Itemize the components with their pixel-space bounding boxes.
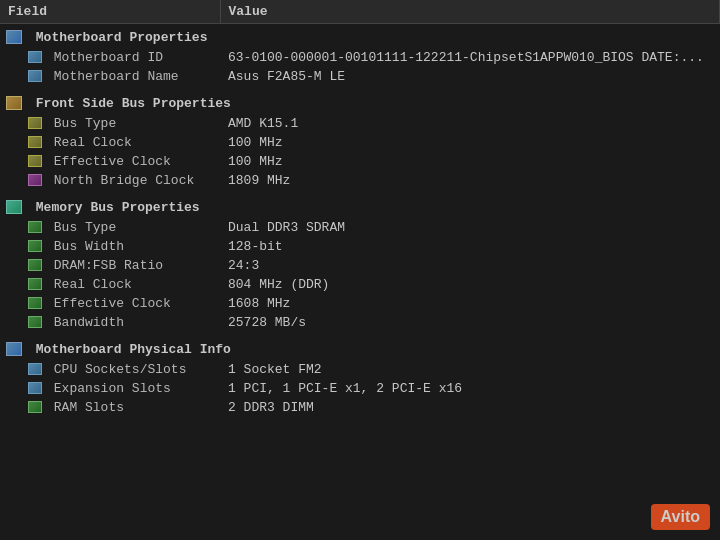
row-icon — [28, 278, 42, 290]
value-text: 25728 MB/s — [228, 315, 306, 330]
table-row: Effective Clock 100 MHz — [0, 152, 720, 171]
group-header-motherboard-properties: Motherboard Properties — [0, 24, 720, 49]
field-label: Bus Width — [54, 239, 124, 254]
value-text: 1 PCI, 1 PCI-E x1, 2 PCI-E x16 — [228, 381, 462, 396]
value-header: Value — [220, 0, 720, 24]
table-row: Expansion Slots 1 PCI, 1 PCI-E x1, 2 PCI… — [0, 379, 720, 398]
row-icon — [28, 70, 42, 82]
main-container: Field Value Motherboard Properties Mothe… — [0, 0, 720, 540]
row-icon — [28, 363, 42, 375]
row-icon — [28, 136, 42, 148]
row-icon — [28, 401, 42, 413]
group-label-memory-bus: Memory Bus Properties — [36, 200, 200, 215]
group-icon-memory-bus — [6, 200, 22, 214]
table-row: Effective Clock 1608 MHz — [0, 294, 720, 313]
field-header: Field — [0, 0, 220, 24]
table-row: Motherboard ID 63-0100-000001-00101111-1… — [0, 48, 720, 67]
table-row: North Bridge Clock 1809 MHz — [0, 171, 720, 190]
row-icon — [28, 316, 42, 328]
field-label: Real Clock — [54, 277, 132, 292]
group-label-front-side-bus: Front Side Bus Properties — [36, 96, 231, 111]
group-label-motherboard-physical: Motherboard Physical Info — [36, 342, 231, 357]
row-icon — [28, 221, 42, 233]
table-row: Bus Width 128-bit — [0, 237, 720, 256]
row-icon — [28, 117, 42, 129]
field-label: Bus Type — [54, 116, 116, 131]
group-icon-motherboard-physical — [6, 342, 22, 356]
info-table: Field Value Motherboard Properties Mothe… — [0, 0, 720, 417]
table-row: Motherboard Name Asus F2A85-M LE — [0, 67, 720, 86]
value-text: 24:3 — [228, 258, 259, 273]
table-row: Bus Type AMD K15.1 — [0, 114, 720, 133]
field-label: North Bridge Clock — [54, 173, 194, 188]
table-row: Real Clock 100 MHz — [0, 133, 720, 152]
value-text: 1 Socket FM2 — [228, 362, 322, 377]
group-header-motherboard-physical: Motherboard Physical Info — [0, 336, 720, 360]
avito-watermark: Avito — [651, 504, 710, 530]
value-text: 2 DDR3 DIMM — [228, 400, 314, 415]
value-text: 63-0100-000001-00101111-122211-ChipsetS1… — [228, 50, 704, 65]
field-label: Bus Type — [54, 220, 116, 235]
row-icon — [28, 174, 42, 186]
group-icon-motherboard-properties — [6, 30, 22, 44]
field-label: DRAM:FSB Ratio — [54, 258, 163, 273]
field-label: Motherboard ID — [54, 50, 163, 65]
row-icon — [28, 240, 42, 252]
value-text: 804 MHz (DDR) — [228, 277, 329, 292]
value-text: Asus F2A85-M LE — [228, 69, 345, 84]
group-icon-front-side-bus — [6, 96, 22, 110]
field-label: Expansion Slots — [54, 381, 171, 396]
table-row: RAM Slots 2 DDR3 DIMM — [0, 398, 720, 417]
field-label: Real Clock — [54, 135, 132, 150]
field-label: Motherboard Name — [54, 69, 179, 84]
value-text: Dual DDR3 SDRAM — [228, 220, 345, 235]
row-icon — [28, 155, 42, 167]
table-row: Bandwidth 25728 MB/s — [0, 313, 720, 332]
row-icon — [28, 51, 42, 63]
row-icon — [28, 297, 42, 309]
group-label-motherboard-properties: Motherboard Properties — [36, 30, 208, 45]
value-text: 100 MHz — [228, 154, 283, 169]
group-header-memory-bus: Memory Bus Properties — [0, 194, 720, 218]
field-label: RAM Slots — [54, 400, 124, 415]
field-label: Effective Clock — [54, 296, 171, 311]
row-icon — [28, 259, 42, 271]
table-row: Real Clock 804 MHz (DDR) — [0, 275, 720, 294]
value-text: 1809 MHz — [228, 173, 290, 188]
value-text: 128-bit — [228, 239, 283, 254]
group-header-front-side-bus: Front Side Bus Properties — [0, 90, 720, 114]
field-label: CPU Sockets/Slots — [54, 362, 187, 377]
value-text: AMD K15.1 — [228, 116, 298, 131]
row-icon — [28, 382, 42, 394]
table-row: Bus Type Dual DDR3 SDRAM — [0, 218, 720, 237]
value-text: 100 MHz — [228, 135, 283, 150]
field-label: Effective Clock — [54, 154, 171, 169]
field-label: Bandwidth — [54, 315, 124, 330]
table-header: Field Value — [0, 0, 720, 24]
table-row: DRAM:FSB Ratio 24:3 — [0, 256, 720, 275]
table-row: CPU Sockets/Slots 1 Socket FM2 — [0, 360, 720, 379]
value-text: 1608 MHz — [228, 296, 290, 311]
